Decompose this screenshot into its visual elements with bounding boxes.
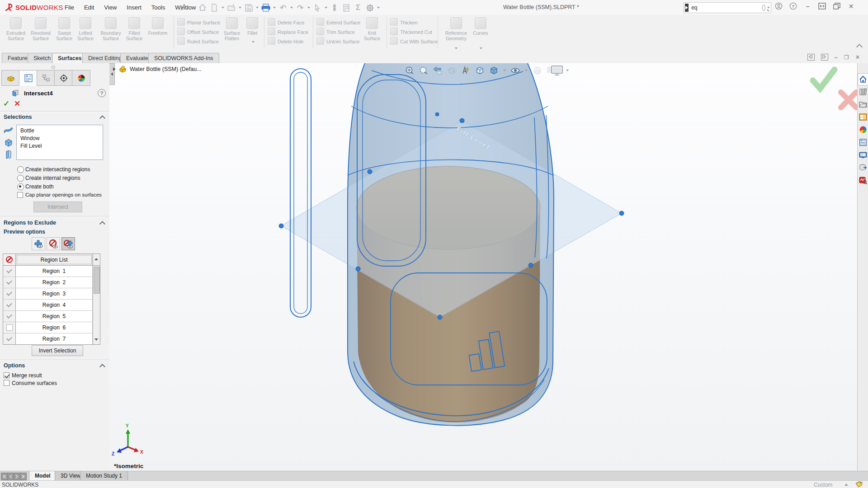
doc-minimize-button[interactable]: – [835, 54, 838, 61]
tree-expand-arrow-icon[interactable] [113, 67, 116, 71]
region-row-7[interactable]: Region 7 [3, 333, 93, 344]
surface-flatten-button[interactable]: Surface Flatten [221, 17, 243, 41]
region-row-4[interactable]: Region 4 [3, 300, 93, 311]
sketch-visibility-icon[interactable] [460, 65, 471, 76]
first-tab-button[interactable] [1, 473, 8, 480]
region-list-scroll-down[interactable] [94, 338, 98, 341]
menu-view[interactable]: View [99, 0, 122, 15]
search-box[interactable] [684, 2, 771, 13]
menu-tools[interactable]: Tools [146, 0, 170, 15]
redo-dropdown-caret[interactable] [307, 7, 310, 9]
hide-show-items-icon[interactable] [510, 65, 521, 76]
search-input[interactable] [689, 4, 762, 11]
next-tab-button[interactable] [14, 473, 20, 480]
print-dropdown-caret[interactable] [273, 7, 276, 9]
fillet-button[interactable]: Fillet [243, 17, 262, 36]
revolved-surface-button[interactable]: Revolved Surface [28, 17, 53, 41]
confirm-cancel-x[interactable] [841, 92, 856, 108]
show-included-regions-button[interactable] [32, 237, 45, 250]
region-row-2[interactable]: Region 2 [3, 277, 93, 288]
help-icon[interactable]: ? [98, 89, 106, 97]
group2-flyout-caret[interactable] [252, 41, 255, 43]
region-row-6[interactable]: Region 6 [3, 322, 93, 333]
region-row-3[interactable]: Region 3 [3, 288, 93, 300]
options-collapse-chevron[interactable] [99, 364, 105, 370]
open-document-icon[interactable] [226, 2, 237, 13]
new-dropdown-caret[interactable] [222, 7, 224, 9]
offset-surface-button[interactable]: Offset Surface [177, 28, 219, 37]
region-list-header[interactable]: Region List [16, 254, 93, 265]
region-list-scroll-up[interactable] [93, 254, 100, 265]
span-displays-button[interactable] [818, 2, 826, 10]
undo-dropdown-caret[interactable] [290, 7, 293, 9]
tab-dimxpert-manager[interactable] [54, 70, 73, 86]
selections-section-header[interactable]: Selections [4, 114, 32, 120]
radio-create-both[interactable] [17, 183, 24, 190]
view-settings-caret[interactable] [566, 70, 569, 71]
options-gear-icon[interactable] [364, 2, 375, 13]
next-document-icon[interactable] [821, 54, 828, 61]
solidworks-resources-tab[interactable] [858, 73, 868, 86]
region-row-5[interactable]: Region 5 [3, 311, 93, 322]
doc-close-button[interactable]: ✕ [855, 54, 860, 61]
search-command-icon[interactable] [685, 4, 689, 12]
region-4-checkbox[interactable] [6, 301, 12, 307]
close-button[interactable]: ✕ [847, 2, 855, 10]
tab-configuration-manager[interactable] [37, 70, 55, 86]
user-account-icon[interactable] [775, 2, 783, 10]
region-5-checkbox[interactable] [6, 313, 12, 319]
tab-solidworks-add-ins[interactable]: SOLIDWORKS Add-Ins [148, 53, 219, 63]
display-style-caret[interactable] [503, 70, 506, 71]
menu-file[interactable]: File [60, 0, 79, 15]
display-style-icon[interactable] [488, 65, 499, 76]
invert-selection-button[interactable]: Invert Selection [32, 345, 83, 356]
knit-surface-button[interactable]: Knit Surface [360, 17, 384, 41]
regions-collapse-chevron[interactable] [99, 221, 105, 227]
curves-button[interactable]: Curves [470, 17, 491, 36]
inspection-addin-tab[interactable] [858, 174, 868, 186]
status-expand-caret[interactable] [844, 483, 848, 486]
region-list-scrollbar[interactable] [93, 266, 100, 344]
zoom-to-fit-icon[interactable] [404, 65, 415, 76]
delete-hole-button[interactable]: Delete Hole [268, 37, 303, 46]
thickened-cut-button[interactable]: Thickened Cut [390, 28, 432, 37]
region-7-checkbox[interactable] [6, 335, 12, 341]
region-2-checkbox[interactable] [6, 279, 12, 285]
filled-surface-button[interactable]: Filled Surface [122, 17, 146, 41]
appearances-scenes-tab[interactable] [858, 124, 868, 136]
confirm-ok-check[interactable] [813, 70, 835, 89]
reference-geometry-caret[interactable] [455, 47, 458, 49]
magnet-mate-icon[interactable] [329, 2, 340, 13]
redo-icon[interactable]: ↷ [295, 2, 306, 13]
tag-icon[interactable] [855, 481, 863, 488]
open-dropdown-caret[interactable] [239, 7, 241, 9]
tab-property-manager[interactable] [19, 70, 38, 86]
feature-tree-flyout[interactable]: Water Bottle (SSM) (Defau... [113, 66, 202, 73]
lofted-surface-button[interactable]: Lofted Surface [73, 17, 98, 41]
gear-dropdown-caret[interactable] [377, 7, 380, 9]
view-palette-tab[interactable] [858, 111, 868, 123]
prev-tab-button[interactable] [7, 473, 14, 480]
save-dropdown-caret[interactable] [256, 7, 259, 9]
region-6-checkbox[interactable] [6, 324, 13, 331]
ok-button[interactable]: ✓ [3, 99, 9, 108]
region-3-checkbox[interactable] [6, 290, 12, 296]
untrim-surface-button[interactable]: Untrim Surface [316, 37, 359, 46]
trim-surface-button[interactable]: Trim Surface [316, 28, 355, 37]
home-icon[interactable] [197, 2, 208, 13]
new-document-icon[interactable] [209, 2, 220, 13]
section-view-icon[interactable] [446, 65, 457, 76]
cancel-button[interactable]: ✕ [14, 99, 20, 108]
consume-surfaces-checkbox[interactable] [4, 380, 9, 386]
last-tab-button[interactable] [20, 473, 27, 480]
show-excluded-regions-button[interactable] [47, 237, 60, 250]
region-row-1[interactable]: Region 1 [3, 266, 93, 277]
pin-menu-icon[interactable] [180, 4, 187, 11]
planar-surface-button[interactable]: Planar Surface [177, 18, 220, 27]
selections-list[interactable]: Bottle Window Fill Level [16, 125, 103, 160]
design-library-tab[interactable] [858, 86, 868, 98]
show-both-regions-button[interactable] [61, 237, 75, 250]
search-icon[interactable] [762, 5, 765, 11]
equations-sigma-icon[interactable]: Σ [353, 2, 363, 13]
previous-document-icon[interactable] [807, 54, 815, 61]
